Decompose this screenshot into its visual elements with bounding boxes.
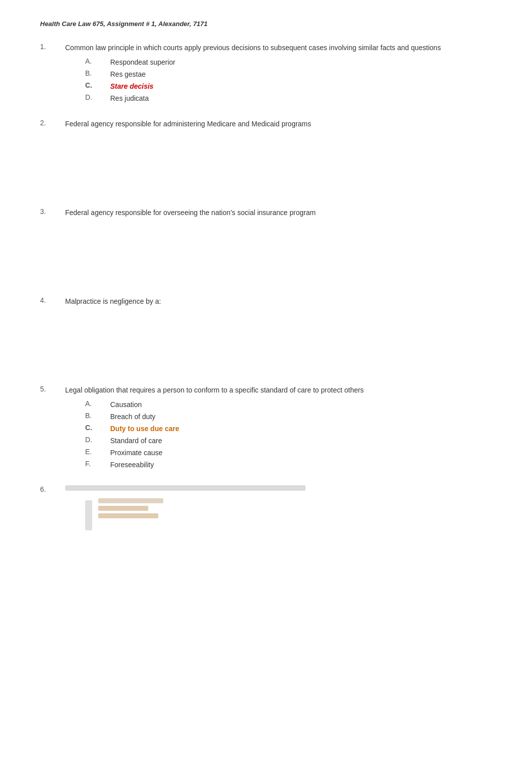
question-2: 2. Federal agency responsible for admini… — [40, 119, 492, 192]
list-item: A. Respondeat superior — [85, 57, 492, 68]
list-item: C. Stare decisis — [85, 81, 492, 92]
question-1-number: 1. — [40, 43, 65, 51]
answer-text: Res gestae — [110, 69, 146, 80]
answer-letter: B. — [85, 412, 110, 420]
question-4-number: 4. — [40, 296, 65, 304]
question-5-text: Legal obligation that requires a person … — [65, 385, 492, 396]
question-1-answers: A. Respondeat superior B. Res gestae C. … — [85, 57, 492, 104]
answer-letter-correct: C. — [85, 424, 110, 432]
question-6: 6. — [40, 485, 492, 530]
question-3-number: 3. — [40, 208, 65, 216]
list-item: A. Causation — [85, 400, 492, 410]
list-item: D. Standard of care — [85, 436, 492, 446]
answer-text: Respondeat superior — [110, 57, 175, 68]
question-4-text: Malpractice is negligence by a: — [65, 296, 492, 307]
question-6-blurred-content — [85, 498, 492, 530]
answer-text: Standard of care — [110, 436, 162, 446]
list-item: B. Res gestae — [85, 69, 492, 80]
answer-letter: B. — [85, 69, 110, 77]
question-5-number: 5. — [40, 385, 65, 393]
answer-text-correct: Duty to use due care — [110, 424, 179, 434]
question-1-text: Common law principle in which courts app… — [65, 43, 492, 53]
answer-letter: F. — [85, 460, 110, 468]
answer-text: Breach of duty — [110, 412, 155, 422]
question-5-answers: A. Causation B. Breach of duty C. Duty t… — [85, 400, 492, 470]
question-3-text: Federal agency responsible for overseein… — [65, 208, 492, 218]
answer-text: Proximate cause — [110, 448, 162, 458]
page-header: Health Care Law 675, Assignment # 1, Ale… — [40, 20, 492, 28]
question-6-number: 6. — [40, 485, 65, 493]
answer-letter: A. — [85, 57, 110, 65]
question-2-text: Federal agency responsible for administe… — [65, 119, 492, 129]
question-5: 5. Legal obligation that requires a pers… — [40, 385, 492, 470]
answer-letter: E. — [85, 448, 110, 456]
question-3: 3. Federal agency responsible for overse… — [40, 208, 492, 281]
list-item: D. Res judicata — [85, 93, 492, 104]
list-item: C. Duty to use due care — [85, 424, 492, 434]
answer-text: Foreseeability — [110, 460, 154, 470]
answer-text: Res judicata — [110, 93, 149, 104]
question-4: 4. Malpractice is negligence by a: — [40, 296, 492, 370]
answer-text-correct: Stare decisis — [110, 81, 153, 92]
list-item: B. Breach of duty — [85, 412, 492, 422]
question-1: 1. Common law principle in which courts … — [40, 43, 492, 104]
answer-letter: D. — [85, 93, 110, 101]
answer-text: Causation — [110, 400, 142, 410]
answer-letter: D. — [85, 436, 110, 444]
list-item: F. Foreseeability — [85, 460, 492, 470]
question-2-number: 2. — [40, 119, 65, 127]
list-item: E. Proximate cause — [85, 448, 492, 458]
answer-letter: A. — [85, 400, 110, 408]
answer-letter-correct: C. — [85, 81, 110, 89]
